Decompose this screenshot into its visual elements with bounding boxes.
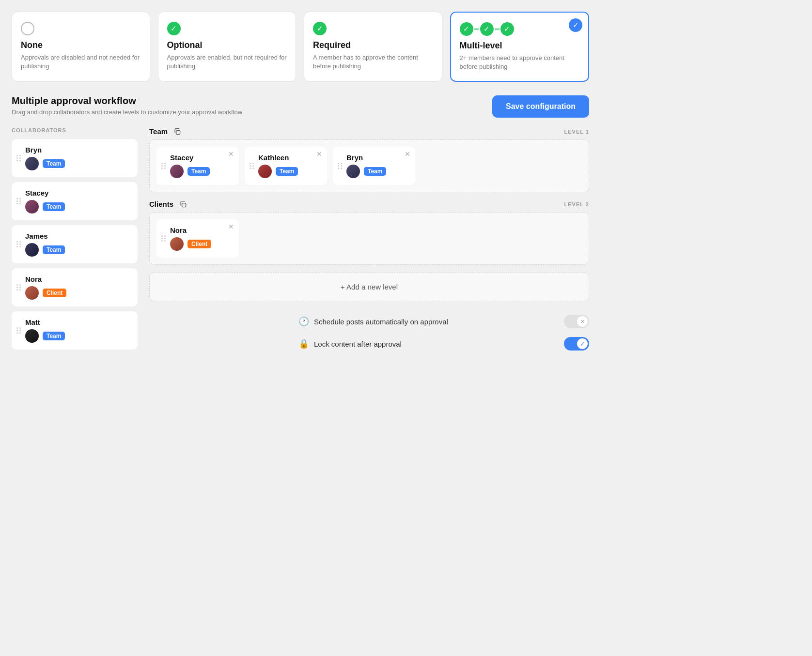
schedule-toggle-label: 🕐 Schedule posts automatically on approv… [298,316,448,327]
svg-rect-1 [182,203,186,207]
levels-column: Team LEVEL 1 ✕ [149,127,589,354]
james-badge: Team [43,245,65,254]
multilevel-selected-icon: ✓ [569,18,582,32]
collaborator-stacey[interactable]: Stacey Team [12,182,138,220]
optional-title: Optional [167,40,287,50]
optional-icon-row: ✓ [167,22,287,35]
nora-remove-button[interactable]: ✕ [228,223,234,230]
drag-handle-level-stacey[interactable] [161,163,166,169]
workflow-subtitle: Drag and drop collaborators and create l… [12,108,242,116]
schedule-toggle-text: Schedule posts automatically on approval [314,318,448,326]
level-2-group-name: Clients [149,200,173,208]
level-1-group: Team LEVEL 1 ✕ [149,127,589,192]
multi-check-1: ✓ [460,22,473,36]
level-2-group: Clients LEVEL 2 ✕ [149,200,589,265]
nora-name: Nora [25,275,66,283]
stacey-row: Team [25,200,65,214]
none-desc: Approvals are disabled and not needed fo… [21,53,141,71]
bryn-info: Bryn Team [25,146,65,170]
matt-name: Matt [25,318,65,326]
level-bryn-badge: Team [364,167,386,176]
approval-card-required[interactable]: ✓ Required A member has to approve the c… [304,12,442,82]
lock-toggle-switch[interactable]: ✓ [564,337,589,351]
level-1-header: Team LEVEL 1 [149,127,589,136]
drag-handle-james[interactable] [16,241,21,247]
optional-icon: ✓ [167,22,181,35]
main-layout: COLLABORATORS Bryn Team [12,127,589,354]
james-avatar [25,243,39,257]
multilevel-title: Multi-level [460,41,580,51]
level-2-copy-icon[interactable] [179,200,187,208]
workflow-header: Multiple approval workflow Drag and drop… [12,95,589,118]
bryn-avatar [25,157,39,170]
optional-desc: Approvals are enabled, but not required … [167,53,287,71]
drag-handle-nora[interactable] [16,284,21,290]
level-kathleen-badge: Team [276,167,298,176]
workflow-header-text: Multiple approval workflow Drag and drop… [12,95,242,116]
level-bryn-name: Bryn [346,153,386,162]
level-1-content: ✕ Stacey Team [149,139,589,192]
level-nora-avatar [170,237,184,251]
lock-toggle-text: Lock content after approval [314,340,402,348]
bryn-badge: Team [43,159,65,168]
drag-dots-james [16,241,21,247]
approval-card-optional[interactable]: ✓ Optional Approvals are enabled, but no… [158,12,297,82]
level-kathleen-name: Kathleen [258,153,298,162]
level-1-member-kathleen[interactable]: ✕ Kathleen Team [245,147,327,185]
collaborator-nora[interactable]: Nora Client [12,268,138,306]
stacey-name: Stacey [25,189,65,197]
stacey-info: Stacey Team [25,189,65,214]
add-level-button[interactable]: + Add a new level [149,273,589,301]
none-icon-row [21,22,141,35]
level-1-group-name: Team [149,127,168,136]
level-2-member-nora[interactable]: ✕ Nora Client [156,219,239,258]
required-title: Required [313,40,433,50]
drag-handle-stacey[interactable] [16,198,21,204]
approval-card-multilevel[interactable]: ✓ ✓ ✓ ✓ Multi-level 2+ members need to a… [450,12,590,82]
matt-badge: Team [43,332,65,340]
level-2-header: Clients LEVEL 2 [149,200,589,208]
stacey-remove-button[interactable]: ✕ [228,151,234,157]
required-icon-row: ✓ [313,22,433,35]
schedule-toggle-row: 🕐 Schedule posts automatically on approv… [298,313,589,330]
lock-icon: 🔒 [298,338,309,349]
drag-handle-level-nora[interactable] [161,235,166,242]
collaborator-james[interactable]: James Team [12,225,138,263]
level-nora-badge: Client [187,240,211,248]
level-stacey-badge: Team [187,167,210,176]
drag-handle-bryn[interactable] [16,155,21,161]
level-bryn-info: Bryn Team [346,153,386,178]
level-1-member-stacey[interactable]: ✕ Stacey Team [156,147,239,185]
required-desc: A member has to approve the content befo… [313,53,433,71]
kathleen-remove-button[interactable]: ✕ [316,151,322,157]
schedule-toggle-switch[interactable]: ✕ [564,315,589,328]
james-row: Team [25,243,65,257]
level-bryn-avatar [346,165,360,178]
level-2-content: ✕ Nora Client [149,212,589,265]
collaborator-matt[interactable]: Matt Team [12,311,138,350]
save-configuration-button[interactable]: Save configuration [492,95,589,118]
multi-check-2: ✓ [480,22,494,36]
nora-info: Nora Client [25,275,66,300]
bryn-remove-button[interactable]: ✕ [405,151,410,157]
none-icon [21,22,34,35]
required-icon: ✓ [313,22,327,35]
level-1-badge: LEVEL 1 [564,129,589,135]
multilevel-desc: 2+ members need to approve content befor… [460,54,580,71]
drag-handle-matt[interactable] [16,327,21,334]
lock-toggle-knob: ✓ [577,338,588,349]
drag-dots-bryn [16,155,21,161]
level-1-copy-icon[interactable] [173,128,181,136]
matt-row: Team [25,329,65,343]
level-1-member-bryn[interactable]: ✕ Bryn Team [333,147,415,185]
drag-handle-level-kathleen[interactable] [250,163,254,169]
lock-toggle-row: 🔒 Lock content after approval ✓ [298,335,589,352]
stacey-avatar [25,200,39,214]
multilevel-icons: ✓ ✓ ✓ [460,22,514,36]
level-nora-info: Nora Client [170,226,211,251]
collaborator-bryn[interactable]: Bryn Team [12,139,138,177]
drag-handle-level-bryn[interactable] [338,163,343,169]
level-nora-name: Nora [170,226,211,234]
approval-card-none[interactable]: None Approvals are disabled and not need… [12,12,150,82]
collaborators-column: COLLABORATORS Bryn Team [12,127,138,354]
